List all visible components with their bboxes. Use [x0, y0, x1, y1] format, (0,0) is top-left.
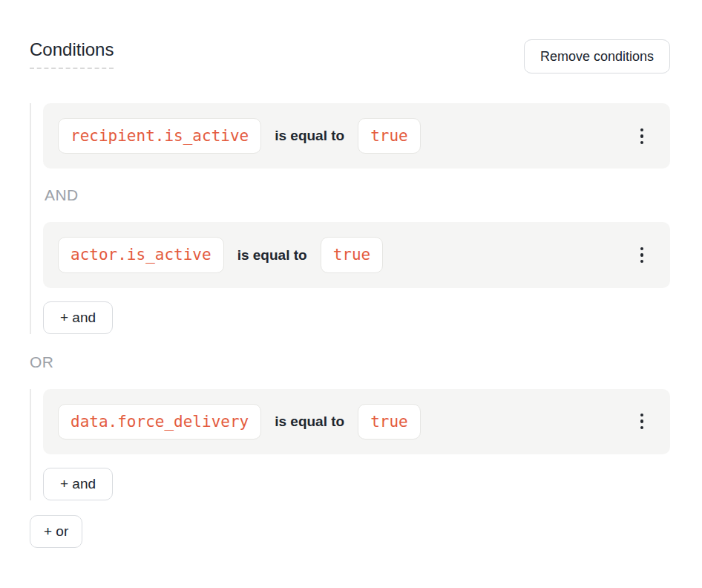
condition-field-pill[interactable]: recipient.is_active — [58, 118, 261, 154]
kebab-menu-icon — [640, 141, 644, 145]
condition-row: recipient.is_active is equal to true — [43, 103, 670, 169]
condition-row: data.force_delivery is equal to true — [43, 389, 670, 454]
kebab-menu-icon — [640, 247, 644, 251]
kebab-menu-icon — [640, 134, 644, 138]
condition-field-pill[interactable]: data.force_delivery — [58, 404, 261, 440]
condition-value-pill[interactable]: true — [321, 237, 384, 272]
condition-value-pill[interactable]: true — [358, 118, 421, 154]
add-and-condition-button[interactable]: + and — [43, 468, 113, 500]
and-joiner-label: AND — [45, 186, 670, 204]
condition-menu-button[interactable] — [627, 120, 657, 152]
condition-operator: is equal to — [237, 247, 307, 264]
condition-group-1: recipient.is_active is equal to true AND… — [30, 103, 670, 333]
page-title: Conditions — [30, 39, 114, 69]
conditions-panel: Conditions Remove conditions recipient.i… — [0, 0, 702, 588]
remove-conditions-button[interactable]: Remove conditions — [524, 39, 670, 74]
condition-menu-button[interactable] — [627, 405, 657, 438]
condition-group-2: data.force_delivery is equal to true + a… — [30, 389, 670, 500]
condition-operator: is equal to — [275, 128, 344, 144]
kebab-menu-icon — [640, 260, 644, 264]
kebab-menu-icon — [640, 128, 644, 132]
condition-operator: is equal to — [275, 414, 344, 430]
add-or-group-button[interactable]: + or — [30, 515, 82, 548]
condition-row: actor.is_active is equal to true — [43, 222, 670, 287]
condition-field-pill[interactable]: actor.is_active — [58, 237, 224, 272]
kebab-menu-icon — [640, 414, 644, 417]
kebab-menu-icon — [640, 419, 644, 423]
or-joiner-label: OR — [30, 353, 670, 371]
condition-menu-button[interactable] — [627, 239, 657, 272]
condition-value-pill[interactable]: true — [358, 404, 421, 440]
kebab-menu-icon — [640, 426, 644, 430]
add-and-condition-button[interactable]: + and — [43, 301, 113, 334]
header: Conditions Remove conditions — [30, 39, 670, 74]
kebab-menu-icon — [640, 253, 644, 257]
